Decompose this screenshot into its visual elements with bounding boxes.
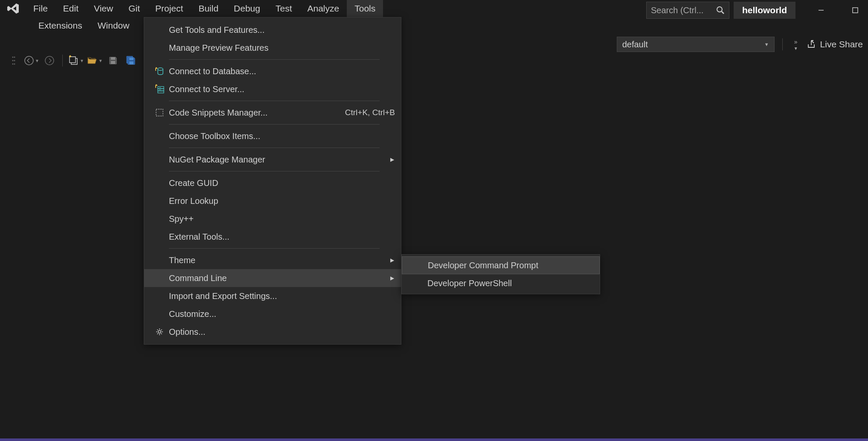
drag-handle-icon[interactable]	[8, 55, 20, 67]
svg-point-10	[25, 56, 33, 65]
solution-name: helloworld	[734, 2, 795, 19]
svg-point-11	[45, 56, 54, 65]
menu-file[interactable]: File	[26, 0, 55, 17]
menu-separator	[169, 171, 380, 171]
svg-point-25	[158, 331, 161, 333]
menu-choose-toolbox[interactable]: Choose Toolbox Items...	[144, 127, 401, 145]
svg-rect-14	[111, 57, 115, 60]
menu-spy[interactable]: Spy++	[144, 210, 401, 228]
chevron-down-icon: ▼	[80, 58, 84, 63]
menu-import-export[interactable]: Import and Export Settings...	[144, 287, 401, 305]
search-input[interactable]: Search (Ctrl...	[646, 2, 729, 19]
open-file-button[interactable]: ▼	[87, 55, 103, 66]
menu-git[interactable]: Git	[121, 0, 148, 17]
menu-customize[interactable]: Customize...	[144, 305, 401, 323]
svg-point-9	[14, 64, 15, 65]
share-icon	[807, 39, 817, 49]
save-button[interactable]	[107, 55, 119, 67]
menu-analyze[interactable]: Analyze	[299, 0, 347, 17]
submenu-dev-powershell[interactable]: Developer PowerShell	[402, 274, 600, 292]
vs-logo-icon	[0, 2, 26, 15]
menu-separator	[169, 101, 380, 101]
database-icon	[150, 66, 169, 76]
status-bar	[0, 438, 868, 441]
menubar: File Edit View Git Project Build Debug T…	[26, 0, 383, 17]
svg-line-1	[722, 12, 724, 14]
menu-test[interactable]: Test	[268, 0, 300, 17]
menu-separator	[169, 59, 380, 60]
svg-point-8	[12, 64, 14, 65]
command-line-submenu: Developer Command Prompt Developer Power…	[401, 254, 600, 294]
toolbar-separator	[62, 55, 63, 67]
svg-point-7	[14, 60, 15, 61]
toolbar-overflow-button[interactable]: »▼	[790, 38, 801, 51]
chevron-down-icon: ▼	[35, 58, 39, 63]
server-icon	[150, 84, 169, 94]
menu-extensions[interactable]: Extensions	[31, 17, 90, 34]
menu-window[interactable]: Window	[90, 17, 137, 34]
menu-build[interactable]: Build	[191, 0, 226, 17]
new-project-button[interactable]: ▼	[68, 55, 84, 66]
chevron-right-icon: ▶	[390, 257, 394, 263]
configuration-value: default	[622, 40, 648, 49]
menu-external-tools[interactable]: External Tools...	[144, 228, 401, 246]
menu-edit[interactable]: Edit	[55, 0, 86, 17]
svg-rect-13	[70, 57, 75, 63]
svg-point-18	[158, 68, 163, 70]
menu-view[interactable]: View	[86, 0, 121, 17]
menu-theme[interactable]: Theme ▶	[144, 251, 401, 269]
menu-project[interactable]: Project	[148, 0, 191, 17]
svg-rect-24	[156, 109, 163, 116]
toolbar: ▼ ▼ ▼	[0, 50, 868, 71]
nav-forward-button[interactable]	[44, 55, 55, 67]
menu-connect-database[interactable]: Connect to Database...	[144, 62, 401, 80]
toolbar-separator	[782, 38, 783, 50]
gear-icon	[150, 327, 169, 337]
menu-separator	[169, 148, 380, 148]
menu-separator	[169, 124, 380, 125]
menu-separator	[169, 248, 380, 249]
svg-point-0	[717, 7, 722, 12]
submenu-dev-cmd-prompt[interactable]: Developer Command Prompt	[402, 256, 600, 274]
search-icon	[716, 6, 725, 15]
svg-rect-3	[853, 8, 858, 13]
snippet-icon	[150, 108, 169, 117]
chevron-right-icon: ▶	[390, 157, 394, 162]
live-share-button[interactable]: Live Share	[807, 39, 863, 49]
menu-tools[interactable]: Tools	[347, 0, 383, 17]
svg-rect-15	[111, 61, 115, 64]
menu-get-tools[interactable]: Get Tools and Features...	[144, 21, 401, 39]
chevron-down-icon: ▼	[764, 42, 769, 47]
menu-debug[interactable]: Debug	[226, 0, 268, 17]
maximize-button[interactable]	[847, 2, 864, 19]
svg-rect-21	[158, 91, 164, 93]
chevron-right-icon: ▶	[390, 275, 394, 281]
chevron-down-icon: ▼	[99, 58, 103, 63]
minimize-button[interactable]	[813, 2, 830, 19]
svg-rect-17	[129, 61, 134, 64]
save-all-button[interactable]	[125, 55, 137, 67]
svg-point-5	[14, 57, 15, 58]
nav-back-button[interactable]: ▼	[24, 55, 39, 66]
menu-connect-server[interactable]: Connect to Server...	[144, 80, 401, 98]
configuration-dropdown[interactable]: default ▼	[617, 37, 775, 52]
svg-rect-16	[129, 58, 134, 60]
svg-point-4	[12, 57, 14, 58]
live-share-label: Live Share	[820, 39, 863, 49]
search-placeholder: Search (Ctrl...	[651, 6, 703, 15]
menu-nuget[interactable]: NuGet Package Manager ▶	[144, 151, 401, 168]
menu-manage-preview[interactable]: Manage Preview Features	[144, 39, 401, 57]
menu-create-guid[interactable]: Create GUID	[144, 174, 401, 192]
menu-command-line[interactable]: Command Line ▶	[144, 269, 401, 287]
menu-options[interactable]: Options...	[144, 323, 401, 341]
menu-code-snippets[interactable]: Code Snippets Manager... Ctrl+K, Ctrl+B	[144, 104, 401, 122]
svg-point-6	[12, 60, 14, 61]
menu-shortcut: Ctrl+K, Ctrl+B	[345, 108, 395, 117]
tools-dropdown-menu: Get Tools and Features... Manage Preview…	[144, 17, 401, 345]
menu-error-lookup[interactable]: Error Lookup	[144, 192, 401, 210]
